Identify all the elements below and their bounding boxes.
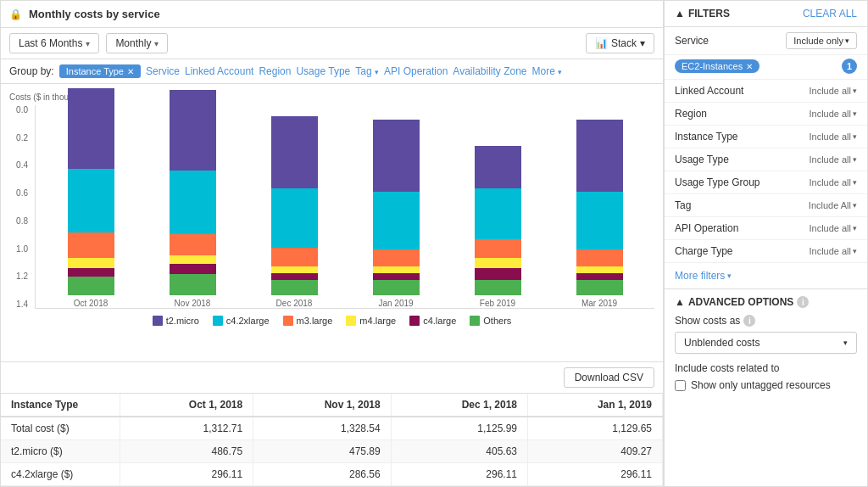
active-group-tag[interactable]: Instance Type ✕	[59, 64, 141, 78]
more-filters-section: More filters ▾	[665, 263, 867, 289]
chart-wrapper: 1.4 1.2 1.0 0.8 0.6 0.4 0.2 0.0	[9, 105, 654, 309]
show-costs-label: Show costs as i	[675, 315, 857, 327]
usage-type-group-dropdown[interactable]: Include all ▾	[809, 177, 857, 188]
group-service-link[interactable]: Service	[146, 65, 180, 77]
bar-feb[interactable]	[475, 146, 521, 295]
legend-m4large: m4.large	[346, 316, 396, 326]
bar-dec[interactable]	[271, 116, 318, 295]
info-icon[interactable]: i	[797, 296, 809, 308]
chart-area: Costs ($ in thousands) 1.4 1.2 1.0 0.8 0…	[1, 84, 663, 361]
usage-type-dropdown[interactable]: Include all ▾	[809, 154, 857, 165]
bar-label-mar: Mar 2019	[581, 299, 617, 308]
lock-icon: 🔒	[9, 8, 22, 20]
bar-label-oct: Oct 2018	[74, 299, 108, 308]
data-table: Instance Type Oct 1, 2018 Nov 1, 2018 De…	[1, 394, 663, 486]
unblended-costs-dropdown[interactable]: Unblended costs ▾	[675, 332, 857, 354]
table-section: Download CSV Instance Type Oct 1, 2018 N…	[1, 361, 663, 486]
usage-type-group-filter: Usage Type Group Include all ▾	[665, 171, 867, 194]
dropdown-caret: ▾	[86, 39, 90, 48]
download-csv-button[interactable]: Download CSV	[564, 367, 654, 388]
api-operation-filter: API Operation Include all ▾	[665, 217, 867, 240]
stack-button[interactable]: 📊 Stack ▾	[586, 33, 654, 53]
untagged-resources-label: Show only untagged resources	[691, 379, 831, 391]
triangle-up-icon: ▲	[675, 296, 685, 308]
region-dropdown[interactable]: Include all ▾	[809, 109, 857, 119]
instance-type-filter: Instance Type Include all ▾	[665, 126, 867, 148]
date-range-dropdown[interactable]: Last 6 Months ▾	[9, 33, 99, 53]
tag-dropdown[interactable]: Include All ▾	[809, 200, 857, 210]
bar-nov[interactable]	[170, 90, 216, 295]
group-linked-account-link[interactable]: Linked Account	[185, 65, 253, 77]
stack-caret: ▾	[640, 37, 645, 49]
table-row: t2.micro ($) 486.75 475.89 405.63 409.27	[1, 440, 663, 463]
bar-label-nov: Nov 2018	[175, 299, 211, 308]
col-dec: Dec 1, 2018	[391, 394, 527, 417]
dropdown-caret: ▾	[843, 339, 848, 347]
legend-others: Others	[470, 316, 511, 326]
include-costs-label: Include costs related to	[675, 362, 857, 374]
instance-type-dropdown[interactable]: Include all ▾	[809, 132, 857, 142]
group-by-bar: Group by: Instance Type ✕ Service Linked…	[1, 59, 663, 84]
remove-tag[interactable]: ✕	[127, 67, 134, 76]
group-region-link[interactable]: Region	[259, 65, 291, 77]
col-oct: Oct 1, 2018	[120, 394, 253, 417]
bars-container: Oct 2018 Nov 2018	[35, 105, 654, 309]
linked-account-filter: Linked Account Include all ▾	[665, 80, 867, 103]
chart-legend: t2.micro c4.2xlarge m3.large m4.large c4…	[9, 309, 654, 333]
legend-c4large: c4.large	[409, 316, 456, 326]
bar-group-jan: Jan 2019	[353, 120, 438, 308]
more-filters-link[interactable]: More filters ▾	[675, 270, 857, 282]
right-panel: ▲ FILTERS CLEAR ALL Service Include only…	[664, 1, 867, 486]
bar-group-dec: Dec 2018	[252, 116, 337, 308]
header-bar: 🔒 Monthly costs by service	[1, 1, 663, 28]
filters-title: ▲ FILTERS	[675, 8, 730, 20]
bar-group-oct: Oct 2018	[48, 88, 133, 308]
group-by-label: Group by:	[9, 65, 54, 77]
col-instance-type: Instance Type	[1, 394, 120, 417]
advanced-options-section: ▲ ADVANCED OPTIONS i Show costs as i Unb…	[665, 289, 867, 398]
bar-mar[interactable]	[576, 120, 623, 295]
bar-group-mar: Mar 2019	[557, 120, 642, 308]
more-filters-caret: ▾	[727, 271, 732, 280]
dropdown-caret: ▾	[845, 36, 849, 45]
linked-account-dropdown[interactable]: Include all ▾	[809, 86, 857, 96]
remove-service-tag[interactable]: ✕	[746, 62, 753, 71]
group-more-link[interactable]: More ▾	[532, 65, 563, 77]
api-operation-dropdown[interactable]: Include all ▾	[809, 223, 857, 233]
legend-m3large: m3.large	[283, 316, 333, 326]
filters-header: ▲ FILTERS CLEAR ALL	[665, 1, 867, 27]
y-axis: 1.4 1.2 1.0 0.8 0.6 0.4 0.2 0.0	[9, 105, 35, 309]
untagged-resources-row: Show only untagged resources	[675, 379, 857, 391]
bar-jan[interactable]	[373, 120, 420, 295]
group-az-link[interactable]: Availability Zone	[453, 65, 526, 77]
group-api-op-link[interactable]: API Operation	[384, 65, 448, 77]
col-jan: Jan 1, 2019	[528, 394, 663, 417]
bar-label-dec: Dec 2018	[276, 299, 313, 308]
bar-group-feb: Feb 2019	[455, 146, 540, 308]
usage-type-filter: Usage Type Include all ▾	[665, 148, 867, 171]
tag-filter: Tag Include All ▾	[665, 194, 867, 217]
group-tag-link[interactable]: Tag ▾	[355, 65, 379, 77]
untagged-resources-checkbox[interactable]	[675, 380, 686, 391]
bar-oct[interactable]	[68, 88, 114, 295]
legend-t2micro: t2.micro	[153, 316, 199, 326]
clear-all-button[interactable]: CLEAR ALL	[803, 8, 857, 20]
charge-type-dropdown[interactable]: Include all ▾	[809, 246, 857, 256]
group-usage-type-link[interactable]: Usage Type	[296, 65, 350, 77]
bar-label-jan: Jan 2019	[378, 299, 413, 308]
toolbar: Last 6 Months ▾ Monthly ▾ 📊 Stack ▾	[1, 28, 663, 59]
legend-c42xlarge: c4.2xlarge	[213, 316, 270, 326]
bar-group-nov: Nov 2018	[150, 90, 235, 308]
period-dropdown[interactable]: Monthly ▾	[106, 33, 168, 53]
service-filter-row: Service Include only ▾	[665, 27, 867, 55]
download-row: Download CSV	[1, 362, 663, 394]
service-tag-row: EC2-Instances ✕ 1	[665, 55, 867, 80]
table-row: Total cost ($) 1,312.71 1,328.54 1,125.9…	[1, 417, 663, 440]
col-nov: Nov 1, 2018	[253, 394, 391, 417]
bar-label-feb: Feb 2019	[480, 299, 515, 308]
page-title: Monthly costs by service	[29, 8, 160, 20]
service-include-only-dropdown[interactable]: Include only ▾	[786, 32, 857, 49]
advanced-options-header: ▲ ADVANCED OPTIONS i	[675, 296, 857, 308]
service-tag[interactable]: EC2-Instances ✕	[675, 59, 760, 73]
show-costs-info-icon[interactable]: i	[743, 315, 755, 327]
